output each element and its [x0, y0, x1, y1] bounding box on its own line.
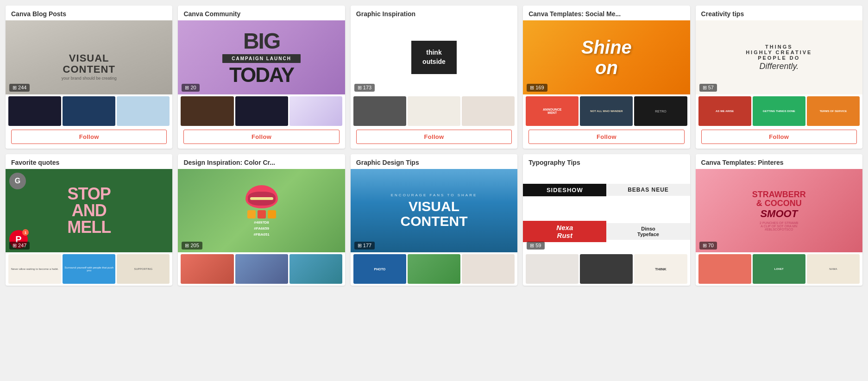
thumb-geo [462, 96, 515, 126]
card-thumbs-typography-tips: THINK [523, 252, 690, 286]
pin-count-creativity-tips: ⊞ 57 [699, 84, 717, 92]
thumb-typo1 [526, 254, 579, 284]
thumb-al [181, 96, 233, 126]
follow-button-creativity-tips[interactable]: Follow [701, 130, 857, 144]
strawberry-bg: STRAWBERR& COCONUSMOOT 2 PUNCHES OF STRA… [696, 169, 862, 252]
today-text: TODAY [229, 65, 294, 85]
creativity-text-1: THINGSHIGHLY CREATIVEPEOPLE DO [746, 44, 812, 61]
pin-icon-5: ⊞ [703, 85, 707, 90]
thumb-2 [63, 96, 115, 126]
card-thumbs-canva-templates-pinterest: LOVET NAMA [696, 252, 862, 286]
pin-icon-7: ⊞ [185, 243, 189, 248]
thumb-di3 [289, 254, 342, 284]
pin-icon-6: ⊞ [13, 243, 17, 248]
thumb-fq2: Surround yourself with people that push … [63, 254, 115, 284]
creativity-bg: THINGSHIGHLY CREATIVEPEOPLE DO Different… [696, 20, 862, 94]
vc2-main-text: VISUALCONTENT [400, 199, 467, 228]
follow-button-canva-community[interactable]: Follow [183, 130, 339, 144]
card-title-graphic-design-tips: Graphic Design Tips [351, 154, 517, 169]
thumb-gdt3 [462, 254, 515, 284]
pin-icon-10: ⊞ [703, 243, 707, 248]
typo-cell-sideshow: SIDESHOW [523, 184, 606, 196]
thumb-fq1: Never allow waiting to become a habit. [8, 254, 61, 284]
typo-cell-dinso: DinsoTypeface [606, 223, 690, 240]
follow-button-canva-blog[interactable]: Follow [11, 130, 167, 144]
card-image-graphic-design-tips: ENCOURAGE FANS TO SHARE VISUALCONTENT ⊞ … [351, 169, 517, 252]
thumb-3 [117, 96, 170, 126]
card-title-design-inspiration: Design Inspiration: Color Cr... [178, 154, 345, 169]
pin-icon-3: ⊞ [358, 85, 362, 90]
thumb-pint1 [698, 254, 751, 284]
thumb-wander: NOT ALL WHO WANDER [580, 96, 633, 126]
thumb-pint2: LOVET [753, 254, 805, 284]
card-thumbs-canva-templates-social: ANNOUNCEMENT NOT ALL WHO WANDER RETRO [523, 94, 690, 128]
campaign-launch-text: CAMPAIGN LAUNCH [222, 54, 301, 63]
vc2-sub-text: ENCOURAGE FANS TO SHARE [391, 193, 478, 197]
big-text: BIG [243, 30, 280, 52]
pin-icon-9: ⊞ [530, 243, 534, 248]
card-canva-blog-posts: Canva Blog Posts VISUALCONTENT your bran… [6, 6, 172, 149]
pin-count-typography-tips: ⊞ 59 [527, 242, 544, 250]
card-canva-templates-pinterest: Canva Templates: Pinteres STRAWBERR& COC… [696, 154, 862, 286]
notification-dot: 1 [22, 229, 29, 236]
card-image-canva-templates-social: Shineon ⊞ 169 [523, 20, 690, 94]
card-thumbs-creativity-tips: AS WE ARISE GETTING THINGS DONE TERMS OF… [696, 94, 862, 128]
card-thumbs-canva-blog [6, 94, 172, 128]
creativity-text-2: Differently. [759, 62, 799, 71]
shine-on-bg: Shineon [523, 20, 690, 94]
follow-button-canva-templates-social[interactable]: Follow [528, 130, 684, 144]
pin-count-favorite-quotes: ⊞ 247 [9, 242, 30, 250]
thumb-gray [353, 96, 406, 126]
thumb-book2: GETTING THINGS DONE [753, 96, 805, 126]
pin-icon-4: ⊞ [530, 85, 534, 90]
card-title-creativity-tips: Creativity tips [696, 6, 862, 20]
card-thumbs-canva-community [178, 94, 345, 128]
visual-sub-text: your brand should be creating [6, 76, 172, 81]
thumb-gdt1: PHOTO [353, 254, 406, 284]
pin-count-canva-blog: ⊞ 244 [9, 84, 30, 92]
thumb-retro: RETRO [634, 96, 687, 126]
card-title-canva-community: Canva Community [178, 6, 345, 20]
thumb-pint3: NAMA [807, 254, 860, 284]
think-outside-bg: thinkoutside [351, 20, 517, 94]
pin-icon-2: ⊞ [185, 85, 189, 90]
card-image-typography-tips: SIDESHOW BEBAS NEUE NexaRust DinsoTypefa… [523, 169, 690, 252]
big-campaign-bg: BIG CAMPAIGN LAUNCH TODAY [178, 20, 345, 94]
card-canva-templates-social: Canva Templates: Social Me... Shineon ⊞ … [523, 6, 690, 149]
thumb-flower [408, 96, 460, 126]
follow-button-graphic-inspiration[interactable]: Follow [356, 130, 512, 144]
watermelon-bg: #4897D8 #FA6659 #FBA051 [178, 169, 345, 252]
thumb-typo3: THINK [634, 254, 687, 284]
card-image-graphic-inspiration: thinkoutside ⊞ 173 [351, 20, 517, 94]
quotes-bg: STOPANDMELL G P 1 [6, 169, 172, 252]
thumb-redes [289, 96, 342, 126]
card-image-creativity-tips: THINGSHIGHLY CREATIVEPEOPLE DO Different… [696, 20, 862, 94]
pin-icon: ⊞ [13, 85, 17, 90]
card-title-canva-templates-social: Canva Templates: Social Me... [523, 6, 690, 20]
thumb-di2 [235, 254, 288, 284]
card-title-graphic-inspiration: Graphic Inspiration [351, 6, 517, 20]
main-grid: Canva Blog Posts VISUALCONTENT your bran… [0, 0, 868, 291]
card-image-canva-templates-pinterest: STRAWBERR& COCONUSMOOT 2 PUNCHES OF STRA… [696, 169, 862, 252]
card-graphic-inspiration: Graphic Inspiration thinkoutside ⊞ 173 F… [351, 6, 517, 149]
pin-count-canva-templates-social: ⊞ 169 [527, 84, 547, 92]
card-image-canva-community: BIG CAMPAIGN LAUNCH TODAY ⊞ 20 [178, 20, 345, 94]
thumb-gdt2 [408, 254, 460, 284]
card-title-canva-blog: Canva Blog Posts [6, 6, 172, 20]
thumb-fq3: SUPPORTING [117, 254, 170, 284]
avatar-g: G [9, 173, 26, 189]
typo-cell-nexa: NexaRust [523, 221, 606, 242]
thumb-book3: TERMS OF SERVICE [807, 96, 860, 126]
card-image-design-inspiration: #4897D8 #FA6659 #FBA051 ⊞ 205 [178, 169, 345, 252]
strawberry-text: STRAWBERR& COCONUSMOOT [752, 190, 806, 220]
stop-mell-text: STOPANDMELL [67, 186, 111, 236]
thumb-1 [8, 96, 61, 126]
pin-count-design-inspiration: ⊞ 205 [182, 242, 202, 250]
pin-count-graphic-inspiration: ⊞ 173 [354, 84, 375, 92]
think-outside-text: thinkoutside [411, 41, 457, 74]
pin-count-canva-templates-pinterest: ⊞ 70 [699, 242, 717, 250]
card-thumbs-favorite-quotes: Never allow waiting to become a habit. S… [6, 252, 172, 286]
visual-content-text: VISUALCONTENT [6, 53, 172, 75]
card-graphic-design-tips: Graphic Design Tips ENCOURAGE FANS TO SH… [351, 154, 517, 286]
thumb-announcement: ANNOUNCEMENT [526, 96, 579, 126]
